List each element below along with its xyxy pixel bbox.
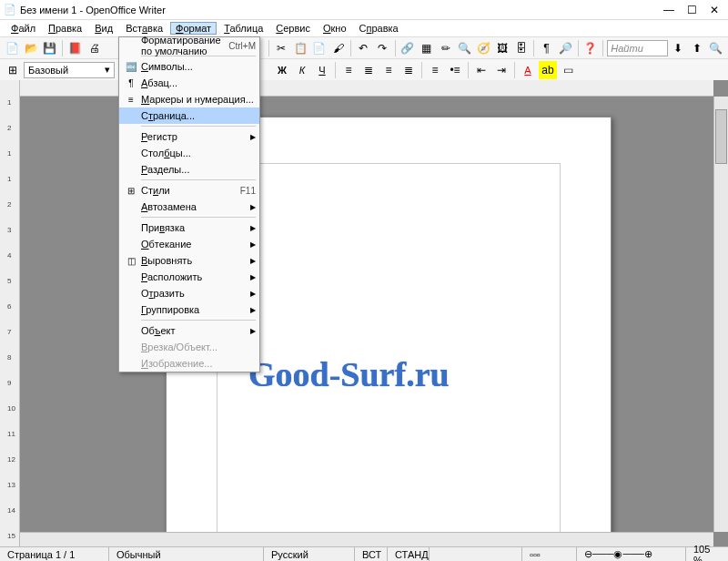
menu-item[interactable]: Разделы... (119, 161, 259, 178)
paragraph-style-combo[interactable]: Базовый▾ (24, 62, 115, 78)
ruler-tick: 2 (7, 200, 11, 209)
status-spacer (430, 547, 522, 561)
menu-item[interactable]: Столбцы... (119, 145, 259, 161)
datasources-button[interactable]: 🗄 (512, 39, 530, 57)
status-view-buttons[interactable]: ▫▫▫ (522, 547, 577, 561)
table-button[interactable]: ▦ (418, 39, 435, 57)
export-pdf-button[interactable]: 📕 (66, 39, 84, 57)
undo-button[interactable]: ↶ (355, 39, 372, 57)
menu-bar: ФайлПравкаВидВставкаФорматТаблицаСервисО… (0, 20, 728, 36)
format-paintbrush-button[interactable]: 🖌 (329, 39, 347, 57)
submenu-arrow-icon: ▶ (250, 306, 256, 314)
open-button[interactable]: 📂 (23, 39, 40, 57)
nonprinting-button[interactable]: ¶ (538, 39, 555, 57)
horizontal-scrollbar[interactable] (20, 532, 713, 546)
menu-item-label: Абзац... (139, 77, 256, 88)
menu-item[interactable]: ◫Выровнять▶ (119, 252, 259, 269)
menu-item[interactable]: Форматирование по умолчаниюCtrl+M (119, 37, 259, 54)
ruler-tick: 15 (7, 532, 15, 540)
menu-item-label: Столбцы... (139, 148, 256, 158)
close-button[interactable]: ✕ (710, 4, 719, 16)
menu-item[interactable]: Регистр▶ (119, 128, 259, 145)
menu-справка[interactable]: Справка (354, 22, 404, 35)
increase-indent-button[interactable]: ⇥ (492, 61, 511, 79)
menu-вставка[interactable]: Вставка (120, 22, 168, 35)
menu-item-label: Разделы... (139, 164, 256, 175)
status-insert-mode[interactable]: ВСТ (355, 547, 388, 561)
align-justify-button[interactable]: ≣ (399, 61, 418, 79)
cut-button[interactable]: ✂ (273, 39, 290, 57)
menu-item[interactable]: Расположить▶ (119, 269, 259, 285)
bold-button[interactable]: Ж (273, 61, 291, 79)
find-down-button[interactable]: ⬇ (670, 39, 687, 57)
minimize-button[interactable]: — (663, 4, 674, 16)
status-selection-mode[interactable]: СТАНД (388, 547, 430, 561)
menu-файл[interactable]: Файл (5, 22, 41, 35)
zoom-slider[interactable]: ⊖───◉───⊕ (577, 547, 686, 561)
find-input[interactable]: Найти (607, 40, 667, 56)
ruler-tick: 2 (7, 124, 11, 132)
menu-item[interactable]: 🔤Символы... (119, 58, 259, 75)
align-left-button[interactable]: ≡ (339, 61, 358, 79)
menu-вид[interactable]: Вид (89, 22, 118, 35)
menu-item[interactable]: Привязка▶ (119, 219, 259, 236)
font-color-button[interactable]: A (519, 61, 537, 79)
zoom-level[interactable]: 105 % (686, 547, 728, 561)
menu-item[interactable]: Объект▶ (119, 322, 259, 339)
navigator-button[interactable]: 🧭 (475, 39, 492, 57)
menu-item[interactable]: Страница... (119, 107, 259, 124)
styles-button[interactable]: ⊞ (4, 61, 22, 79)
menu-таблица[interactable]: Таблица (218, 22, 268, 35)
menu-item[interactable]: Автозамена▶ (119, 199, 259, 215)
menu-item[interactable]: ⊞СтилиF11 (119, 182, 259, 199)
status-style[interactable]: Обычный (109, 547, 264, 561)
menu-правка[interactable]: Правка (43, 22, 87, 35)
menu-сервис[interactable]: Сервис (270, 22, 316, 35)
show-draw-button[interactable]: ✏ (437, 39, 454, 57)
vertical-scrollbar[interactable] (713, 97, 728, 532)
app-icon: 📄 (4, 4, 16, 16)
decrease-indent-button[interactable]: ⇤ (472, 61, 490, 79)
italic-button[interactable]: К (293, 61, 311, 79)
status-page[interactable]: Страница 1 / 1 (0, 547, 109, 561)
menu-item[interactable]: ¶Абзац... (119, 75, 259, 91)
menu-item[interactable]: Отразить▶ (119, 285, 259, 301)
ruler-tick: 3 (7, 226, 11, 234)
menu-формат[interactable]: Формат (170, 22, 217, 35)
save-button[interactable]: 💾 (42, 39, 59, 57)
submenu-arrow-icon: ▶ (250, 327, 256, 335)
new-doc-button[interactable]: 📄 (4, 39, 21, 57)
menu-item-label: Регистр (139, 131, 250, 142)
find-all-button[interactable]: 🔍 (707, 39, 724, 57)
copy-button[interactable]: 📋 (292, 39, 309, 57)
menu-окно[interactable]: Окно (318, 22, 352, 35)
bullets-button[interactable]: •≡ (446, 61, 464, 79)
status-language[interactable]: Русский (264, 547, 355, 561)
print-button[interactable]: 🖨 (86, 39, 103, 57)
align-right-button[interactable]: ≡ (379, 61, 398, 79)
numbering-button[interactable]: ≡ (426, 61, 444, 79)
menu-item-icon: ◫ (123, 256, 139, 266)
menu-item[interactable]: Группировка▶ (119, 301, 259, 318)
menu-shortcut: Ctrl+M (228, 41, 256, 51)
zoom-button[interactable]: 🔎 (557, 39, 574, 57)
underline-button[interactable]: Ч (313, 61, 331, 79)
paste-button[interactable]: 📄 (310, 39, 328, 57)
ruler-tick: 9 (7, 379, 11, 387)
menu-item[interactable]: ≡Маркеры и нумерация... (119, 91, 259, 107)
highlight-button[interactable]: ab (539, 61, 557, 79)
help-button[interactable]: ❓ (582, 39, 600, 57)
ruler-tick: 8 (7, 353, 11, 362)
maximize-button[interactable]: ☐ (687, 4, 697, 16)
gallery-button[interactable]: 🖼 (494, 39, 511, 57)
find-up-button[interactable]: ⬆ (688, 39, 705, 57)
hyperlink-button[interactable]: 🔗 (399, 39, 417, 57)
background-button[interactable]: ▭ (559, 61, 577, 79)
submenu-arrow-icon: ▶ (250, 240, 256, 249)
document-area: 1211234567891011121314151617 Good-Surf.r… (0, 80, 728, 546)
menu-item[interactable]: Обтекание▶ (119, 236, 259, 252)
align-center-button[interactable]: ≣ (359, 61, 378, 79)
redo-button[interactable]: ↷ (374, 39, 391, 57)
scrollbar-thumb[interactable] (715, 109, 727, 164)
find-replace-button[interactable]: 🔍 (456, 39, 473, 57)
